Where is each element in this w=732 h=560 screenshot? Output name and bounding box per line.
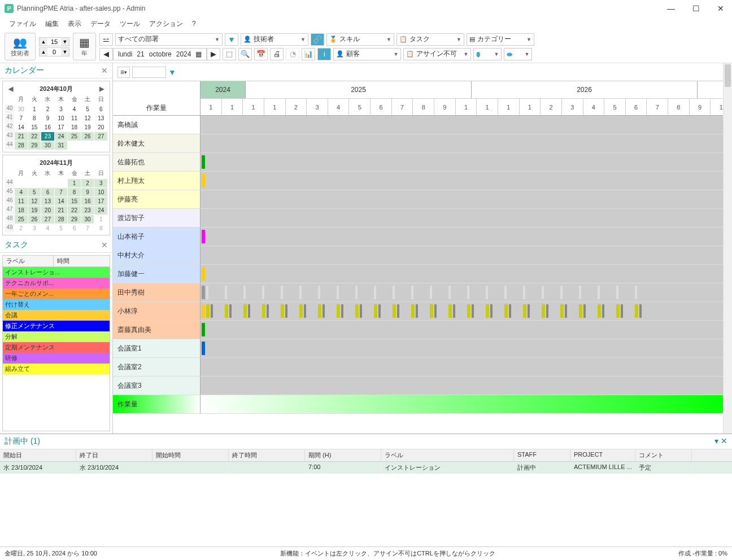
resource-row[interactable]: 高橋誠 [113,116,201,134]
task-item[interactable]: 研修 [3,353,110,364]
task-bar[interactable] [434,304,437,318]
cal-next[interactable]: ▶ [97,85,106,93]
cal-day[interactable]: 5 [81,105,94,113]
cal-day[interactable]: 19 [28,206,41,215]
cal-day[interactable] [41,179,54,187]
bottom-panel-menu[interactable]: ▾ [714,436,718,445]
cal-day[interactable]: 7 [15,114,28,123]
grid-col-header[interactable]: 終了時間 [229,449,305,461]
cal-day[interactable]: 25 [68,132,81,141]
timeline-row[interactable] [201,321,732,339]
cal-day[interactable]: 5 [55,224,68,233]
task-bar[interactable] [341,304,343,318]
cal-day[interactable] [94,141,107,150]
cal-day[interactable]: 24 [55,132,68,141]
task-bar[interactable] [202,230,205,243]
timeline-row[interactable] [201,190,732,209]
resource-row[interactable]: 小林淳 [113,302,201,321]
task-bar[interactable] [453,304,455,318]
cal-day[interactable]: 12 [81,114,94,123]
cal-day[interactable]: 31 [55,141,68,150]
task-bar[interactable] [467,286,469,299]
resource-row[interactable]: 加藤健一 [113,265,201,283]
cal-day[interactable]: 1 [28,105,41,113]
task-bar[interactable] [635,286,637,299]
cal-day[interactable]: 4 [41,224,54,233]
cal-day[interactable]: 30 [81,215,94,224]
cal-day[interactable]: 7 [55,188,68,196]
cal-day[interactable]: 8 [68,188,81,196]
resource-row[interactable]: 伊藤亮 [113,190,201,209]
cal-day[interactable]: 3 [55,105,68,113]
date-prev-button[interactable]: ◀ [99,48,113,60]
timeline-row[interactable] [201,283,732,302]
print-button[interactable]: 🖨 [270,48,284,60]
cal-day[interactable]: 18 [68,123,81,132]
cal-day[interactable]: 9 [81,188,94,196]
task-bar[interactable] [229,304,232,318]
offset-spinner[interactable]: ▲▼ [39,47,69,56]
cal-day[interactable]: 15 [68,197,81,205]
task-bar[interactable] [504,304,508,318]
task-bar[interactable] [528,304,530,318]
task-bar[interactable] [616,304,620,318]
task-bar[interactable] [243,304,247,318]
cal-day[interactable]: 10 [55,114,68,123]
cal-day[interactable]: 17 [55,123,68,132]
cal-day[interactable]: 20 [41,206,54,215]
export-excel-button[interactable]: 📊 [302,48,315,60]
cal-day[interactable]: 26 [28,215,41,224]
sort-button[interactable]: ≡ ▾ [117,67,130,78]
task-bar[interactable] [560,286,563,299]
task-item[interactable]: 修正メンテナンス [3,321,110,331]
cal-day[interactable]: 21 [15,132,28,141]
skill-dropdown[interactable]: 🏅スキル▼ [326,33,394,46]
task-filter-dropdown[interactable]: 📋タスク▼ [396,33,464,46]
task-bar[interactable] [281,286,283,299]
task-bar[interactable] [486,286,488,299]
task-item[interactable]: 定期メンテナンス [3,342,110,353]
task-bar[interactable] [211,304,213,318]
timeline-row[interactable] [201,172,732,190]
task-bar[interactable] [542,304,545,318]
org-icon-button[interactable]: ⚍ [99,33,113,46]
task-bar[interactable] [202,174,205,187]
task-bar[interactable] [411,304,415,318]
menu-item-3[interactable]: データ [90,19,111,29]
task-bar[interactable] [248,304,250,318]
resource-row[interactable]: 会議室1 [113,339,201,358]
cal-day[interactable]: 1 [94,215,107,224]
task-bar[interactable] [393,304,396,318]
task-bar[interactable] [448,286,451,299]
info-button[interactable]: i [317,48,331,60]
task-bar[interactable] [560,304,564,318]
task-bar[interactable] [598,286,600,299]
task-bar[interactable] [430,286,432,299]
task-bar[interactable] [598,304,601,318]
task-bar[interactable] [299,286,302,299]
task-bar[interactable] [318,304,321,318]
task-bar[interactable] [262,286,264,299]
task-bar[interactable] [639,304,642,318]
task-bar[interactable] [202,304,205,318]
category-dropdown[interactable]: ▤カテゴリー▼ [467,33,534,46]
grid-col-header[interactable]: 開始日 [0,449,76,461]
task-bar[interactable] [304,304,306,318]
search-button[interactable]: 🔍 [238,48,252,60]
task-item[interactable]: インストレーショ... [3,267,110,278]
cal-day[interactable]: 2 [81,179,94,187]
task-bar[interactable] [206,304,210,318]
cal-day[interactable]: 6 [68,224,81,233]
cal-day[interactable]: 6 [41,188,54,196]
cal-day[interactable]: 19 [81,123,94,132]
task-bar[interactable] [635,304,638,318]
gantt-vertical-scrollbar[interactable] [723,63,732,434]
task-bar[interactable] [486,304,489,318]
cal-day[interactable] [81,141,94,150]
resource-filter-dropdown[interactable]: 👤技術者▼ [241,33,308,46]
cal-day[interactable]: 29 [68,215,81,224]
task-bar[interactable] [355,286,358,299]
timeline-row[interactable] [201,116,732,134]
cal-day[interactable]: 20 [94,123,107,132]
task-bar[interactable] [411,286,413,299]
